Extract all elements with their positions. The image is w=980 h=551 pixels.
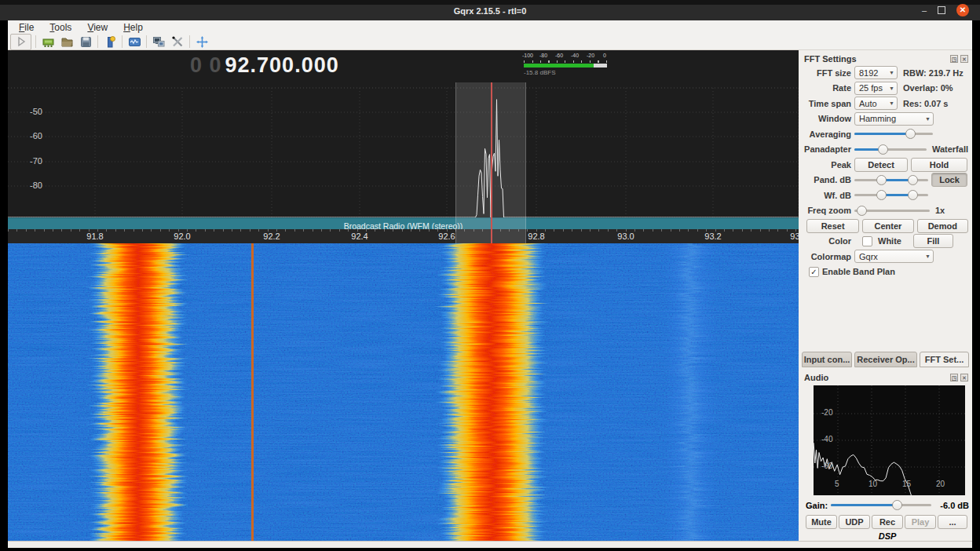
audio-buttons: Mute UDP Rec Play ...: [806, 515, 970, 529]
audio-y-label: -60: [821, 462, 832, 470]
demod-button[interactable]: Demod: [917, 219, 968, 233]
gain-slider-handle[interactable]: [892, 500, 902, 510]
waterfall-display-icon[interactable]: [125, 35, 144, 49]
signal-meter: -100-80-60-40-200 -15.8 dBFS: [524, 53, 607, 76]
rbw-value: RBW: 219.7 Hz: [903, 68, 964, 78]
freq-zoom-handle[interactable]: [857, 206, 867, 216]
wf-db-min-handle[interactable]: [876, 190, 887, 200]
open-file-icon[interactable]: [57, 35, 76, 49]
frequency-leading-zeros: 0 0: [190, 53, 222, 77]
reset-button[interactable]: Reset: [806, 219, 859, 233]
rec-button[interactable]: Rec: [872, 515, 903, 529]
audio-y-label: -20: [821, 408, 832, 417]
meter-tick-label: -40: [571, 53, 579, 58]
freq-scale-label: 92.2: [263, 232, 280, 241]
time-span-label: Time span: [804, 99, 851, 108]
window-title: Gqrx 2.15.5 - rtl=0: [0, 6, 980, 16]
tab-receiver-options[interactable]: Receiver Op...: [854, 352, 917, 367]
close-panel-icon[interactable]: ✕: [960, 55, 968, 63]
colormap-label: Colormap: [804, 252, 851, 261]
enable-band-plan-checkbox[interactable]: ✓: [809, 267, 819, 277]
title-bar[interactable]: Gqrx 2.15.5 - rtl=0 – ✕: [0, 0, 980, 20]
udp-button[interactable]: UDP: [839, 515, 870, 529]
meter-level: [524, 64, 594, 68]
fill-button[interactable]: Fill: [913, 234, 953, 248]
menu-view[interactable]: View: [87, 22, 108, 33]
freq-scale-label: 92.6: [438, 232, 455, 241]
frequency-display[interactable]: 0 092.700.000: [190, 53, 339, 78]
close-icon[interactable]: ✕: [956, 4, 969, 16]
window-label: Window: [804, 114, 851, 123]
white-label: White: [878, 236, 901, 246]
wf-db-max-handle[interactable]: [908, 190, 918, 200]
rate-label: Rate: [804, 83, 851, 93]
float-panel-icon[interactable]: ◳: [950, 55, 958, 63]
averaging-slider-handle[interactable]: [905, 129, 916, 139]
gain-slider[interactable]: [831, 498, 931, 512]
remote-control-icon[interactable]: [149, 35, 168, 49]
toolbar-separator: [189, 35, 190, 48]
white-checkbox[interactable]: [862, 236, 872, 246]
tab-input-controls[interactable]: Input con...: [802, 352, 852, 367]
bookmarks-icon[interactable]: [101, 35, 119, 49]
peak-detect-button[interactable]: Detect: [854, 158, 908, 172]
freq-zoom-slider[interactable]: [854, 204, 930, 217]
frequency-scale[interactable]: 91.892.092.292.492.692.893.093.293.4: [8, 229, 799, 243]
more-options-button[interactable]: ...: [938, 515, 967, 529]
float-panel-icon[interactable]: ◳: [950, 374, 958, 381]
audio-y-label: -40: [821, 435, 832, 443]
tuning-cursor[interactable]: [491, 82, 492, 243]
status-bar: [8, 541, 972, 548]
frequency-header: 0 092.700.000 -100-80-60-40-200 -15.8 dB…: [8, 50, 799, 82]
rate-select[interactable]: 25 fps▼: [854, 82, 898, 95]
freq-scale-label: 91.8: [86, 232, 103, 241]
play-button[interactable]: Play: [905, 515, 936, 529]
menu-file[interactable]: File: [19, 22, 34, 33]
pand-db-range-slider[interactable]: [854, 173, 928, 187]
averaging-slider[interactable]: [854, 127, 933, 140]
dock-tab-bar: Input con... Receiver Op... FFT Set...: [802, 351, 972, 367]
save-file-icon[interactable]: [76, 35, 95, 49]
window-select[interactable]: Hamming▼: [854, 112, 934, 126]
toolbar: [8, 34, 972, 50]
audio-spectrum-plot[interactable]: 5101520-20-40-60: [814, 385, 965, 495]
memory-device-icon[interactable]: [38, 35, 57, 49]
maximize-icon[interactable]: [938, 6, 945, 14]
time-span-select[interactable]: Auto▼: [854, 97, 898, 110]
colormap-select[interactable]: Gqrx▼: [854, 250, 934, 263]
menu-help[interactable]: Help: [123, 22, 143, 33]
averaging-label: Averaging: [804, 130, 851, 139]
main-display: 0 092.700.000 -100-80-60-40-200 -15.8 dB…: [8, 50, 799, 541]
freq-scale-label: 92.0: [174, 232, 190, 241]
meter-scale: -100-80-60-40-200: [524, 53, 607, 60]
center-button[interactable]: Center: [862, 219, 913, 233]
band-plan-bar[interactable]: Broadcast Radio (WFM (stereo)): [8, 217, 799, 229]
color-label: Color: [804, 236, 851, 246]
wf-db-range-slider[interactable]: [854, 188, 928, 202]
meter-bar: [524, 64, 607, 68]
start-dsp-icon[interactable]: [10, 34, 31, 50]
fft-size-select[interactable]: 8192▼: [854, 66, 898, 79]
peak-row: Peak Detect Hold: [803, 157, 972, 173]
io-devices-icon[interactable]: [192, 35, 211, 49]
panadapter-split-slider[interactable]: [854, 143, 927, 156]
audio-title: Audio: [804, 373, 828, 382]
lock-button[interactable]: Lock: [931, 173, 967, 187]
tools-icon[interactable]: [168, 35, 187, 49]
spectrum-plot[interactable]: [8, 82, 799, 217]
pand-db-min-handle[interactable]: [876, 175, 887, 185]
menu-tools[interactable]: Tools: [49, 22, 71, 33]
enable-band-plan-row: ✓ Enable Band Plan: [803, 265, 972, 280]
waterfall-display[interactable]: [8, 243, 799, 541]
minimize-icon[interactable]: –: [922, 4, 927, 16]
tab-fft-settings[interactable]: FFT Set...: [920, 352, 969, 367]
fft-size-label: FFT size: [804, 68, 851, 78]
close-panel-icon[interactable]: ✕: [960, 374, 968, 381]
pand-db-max-handle[interactable]: [908, 175, 918, 185]
split-slider-handle[interactable]: [878, 144, 888, 155]
fft-settings-header: FFT Settings ◳✕: [803, 50, 972, 65]
mute-button[interactable]: Mute: [806, 515, 837, 529]
peak-hold-button[interactable]: Hold: [911, 158, 967, 172]
freq-scale-label: 93.2: [704, 232, 721, 241]
meter-tick-label: -80: [539, 53, 547, 58]
